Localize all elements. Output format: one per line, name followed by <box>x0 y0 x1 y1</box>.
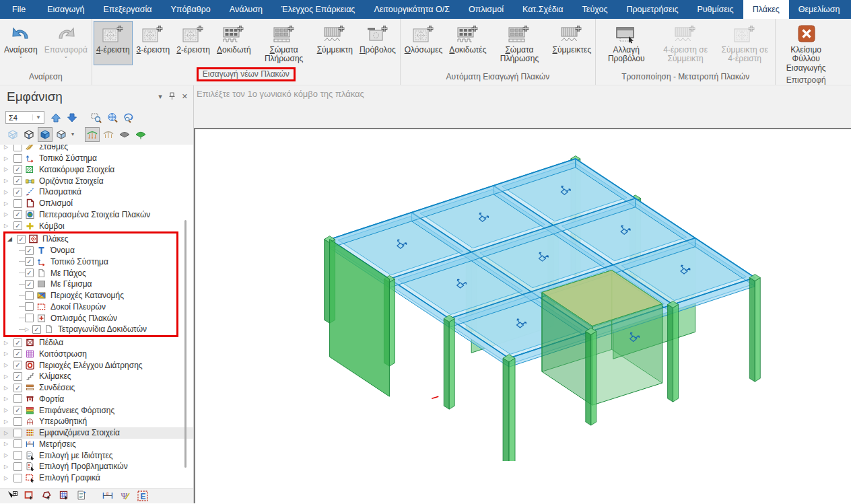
chevron-down-icon[interactable]: ⌄ <box>18 55 23 59</box>
checkbox[interactable] <box>25 302 34 311</box>
undo-button[interactable]: Αναίρεση ⌄ <box>1 21 40 70</box>
checkbox[interactable]: ✓ <box>13 176 22 185</box>
checkbox[interactable]: ✓ <box>13 338 22 347</box>
menu-tab-file[interactable]: File <box>0 0 38 19</box>
select-dim-button[interactable]: d <box>101 490 114 503</box>
checkbox[interactable] <box>13 474 22 482</box>
zoom-extents-button[interactable] <box>105 110 120 125</box>
tree-item[interactable]: ◢✓Πλάκες <box>5 233 176 245</box>
structure-view-1-button[interactable] <box>85 127 100 142</box>
close-icon[interactable]: ✕ <box>182 92 188 101</box>
auto-composite-slabs-button[interactable]: Σύμμεικτες <box>549 21 594 70</box>
zoom-window-button[interactable] <box>89 110 104 125</box>
expand-arrow-icon[interactable]: ▷ <box>4 166 13 172</box>
menu-tab-οπλισμοί[interactable]: Οπλισμοί <box>459 0 513 19</box>
select-psi-button[interactable]: Ψ <box>118 490 131 503</box>
checkbox[interactable] <box>13 145 22 151</box>
checkbox[interactable]: ✓ <box>13 384 22 392</box>
checkbox[interactable] <box>13 429 22 437</box>
checkbox[interactable] <box>13 154 22 163</box>
tree-item[interactable]: ▷✓Οριζόντια Στοιχεία <box>0 175 193 186</box>
tree-item[interactable]: ▷✓Συνδέσεις <box>0 382 193 394</box>
checkbox[interactable]: ✓ <box>13 406 22 415</box>
checkbox[interactable] <box>25 314 34 322</box>
tree-item[interactable]: ▷Τοπικό Σύστημα <box>0 153 193 164</box>
menu-tab-επεξεργασία[interactable]: Επεξεργασία <box>94 0 161 19</box>
checkbox[interactable]: ✓ <box>25 280 34 289</box>
structure-view-2-button[interactable] <box>101 127 116 142</box>
expand-arrow-icon[interactable]: ▷ <box>4 351 13 357</box>
checkbox[interactable] <box>25 291 34 300</box>
checkbox[interactable]: ✓ <box>25 268 34 277</box>
select-ebox-button[interactable]: E <box>136 490 149 503</box>
checkbox[interactable]: ✓ <box>13 361 22 369</box>
expand-arrow-icon[interactable]: ▷ <box>4 373 13 380</box>
expand-arrow-icon[interactable]: ▷ <box>4 452 13 458</box>
tree-item[interactable]: ▷✓Κοιτόστρωση <box>0 349 193 360</box>
checkbox[interactable]: ✓ <box>17 235 26 244</box>
expand-arrow-icon[interactable]: ▷ <box>4 340 13 346</box>
infill-bodies-button[interactable]: Σώματα Πλήρωσης <box>255 21 313 65</box>
ribbed-slab-button[interactable]: Δοκιδωτή <box>214 21 254 65</box>
pin-icon[interactable] <box>168 92 176 102</box>
expand-arrow-icon[interactable]: ▷ <box>25 326 32 332</box>
tree-item[interactable]: ▷Επιλογή με Ιδιότητες <box>0 449 193 461</box>
auto-infill-bodies-button[interactable]: Σώματα Πλήρωσης <box>490 21 548 70</box>
checkbox[interactable] <box>13 451 22 460</box>
tree-item[interactable]: Περιοχές Κατανομής <box>5 290 176 301</box>
expand-arrow-icon[interactable]: ▷ <box>4 145 13 150</box>
checkbox[interactable]: ✓ <box>25 246 34 255</box>
tree-item[interactable]: Οπλισμός Πλακών <box>5 312 176 324</box>
wireframe-view-button[interactable] <box>22 127 36 142</box>
change-cantilever-button[interactable]: Αλλαγή Προβόλου <box>597 21 655 70</box>
menu-tab-πλάκες[interactable]: Πλάκες <box>743 0 789 19</box>
tree-item[interactable]: ▷Επιλογή Γραφικά <box>0 472 193 484</box>
expand-arrow-icon[interactable]: ▷ <box>4 407 13 413</box>
close-insert-sheet-button[interactable]: Κλείσιμο Φύλλου Εισαγωγής <box>777 21 835 73</box>
expand-arrow-icon[interactable]: ▷ <box>4 189 13 195</box>
tree-item[interactable]: ▷✓Κόμβοι <box>0 220 193 231</box>
tree-item[interactable]: ▷Οπλισμοί <box>0 198 193 209</box>
chevron-down-icon[interactable]: ▾ <box>158 92 162 101</box>
tree-item[interactable]: ▷✓Τετραγωνίδια Δοκιδωτών <box>5 324 176 335</box>
orbit-button[interactable] <box>121 110 136 125</box>
menu-tab-έλεγχος-επάρκειας[interactable]: Έλεγχος Επάρκειας <box>272 0 365 19</box>
select-props-button[interactable] <box>75 490 88 503</box>
checkbox[interactable]: ✓ <box>25 257 34 266</box>
select-fence-button[interactable] <box>58 490 71 503</box>
expand-arrow-icon[interactable]: ▷ <box>4 430 13 436</box>
checkbox[interactable] <box>13 462 22 471</box>
tree-item[interactable]: ▷✓Πλασματικά <box>0 186 193 198</box>
expand-arrow-icon[interactable]: ▷ <box>4 385 13 391</box>
checkbox[interactable]: ✓ <box>13 188 22 196</box>
expand-arrow-icon[interactable]: ▷ <box>4 201 13 207</box>
slab-4-sided-button[interactable]: 4-έρειστη <box>94 21 133 65</box>
menu-tab-κατ-σχέδια[interactable]: Κατ.Σχέδια <box>513 0 573 19</box>
structure-view-4-button[interactable] <box>133 127 148 142</box>
checkbox[interactable] <box>13 199 22 208</box>
menu-tab-θεμελίωση[interactable]: Θεμελίωση <box>789 0 850 19</box>
menu-tab-εισαγωγή[interactable]: Εισαγωγή <box>38 0 94 19</box>
redo-button[interactable]: Επαναφορά ⌄ <box>42 21 90 70</box>
menu-tab-τεύχος[interactable]: Τεύχος <box>573 0 617 19</box>
expand-arrow-icon[interactable]: ▷ <box>4 475 13 481</box>
tree-item[interactable]: ✓Τοπικό Σύστημα <box>5 256 176 268</box>
tree-item[interactable]: ✓Όνομα <box>5 245 176 256</box>
menu-tab-λειτουργικότητα-ο-σ[interactable]: Λειτουργικότητα Ο/Σ <box>364 0 459 19</box>
tree-scrollbar[interactable] <box>184 220 186 468</box>
solid-view-button[interactable] <box>38 127 53 142</box>
checkbox[interactable] <box>13 394 22 403</box>
menu-tab-ανάλυση[interactable]: Ανάλυση <box>220 0 272 19</box>
tree-item[interactable]: ▷✓Κλίμακες <box>0 371 193 382</box>
expand-arrow-icon[interactable]: ▷ <box>4 441 13 447</box>
select-window-button[interactable] <box>23 490 36 503</box>
checkbox[interactable]: ✓ <box>13 221 22 230</box>
expand-arrow-icon[interactable]: ▷ <box>4 464 13 470</box>
level-selector[interactable]: Σ4 ▼ <box>5 111 44 124</box>
expand-arrow-icon[interactable]: ▷ <box>4 396 13 402</box>
menu-tab-ρυθμίσεις[interactable]: Ρυθμίσεις <box>687 0 743 19</box>
composite-slab-button[interactable]: Σύμμεικτη <box>314 21 355 65</box>
wireframe-light-view-button[interactable] <box>5 127 20 142</box>
tree-item[interactable]: ▷Επιλογή Προβληματικών <box>0 461 193 472</box>
slab-3-sided-button[interactable]: 3-έρειστη <box>134 21 173 65</box>
